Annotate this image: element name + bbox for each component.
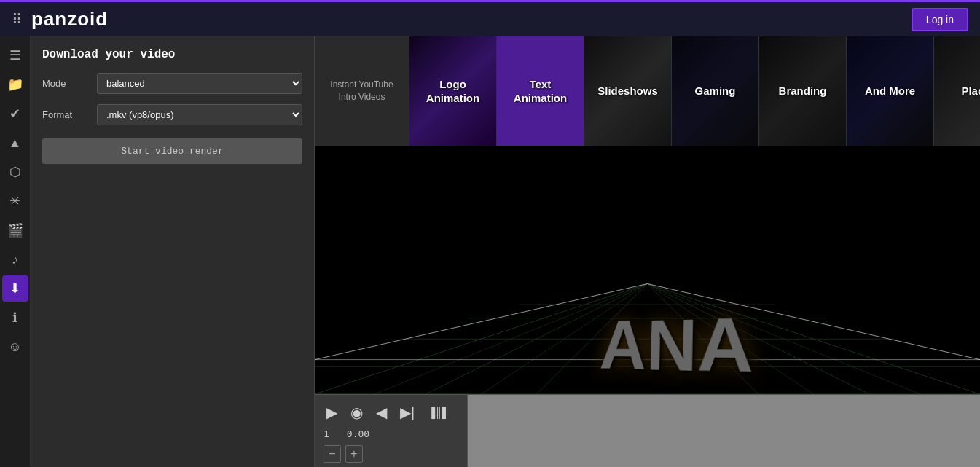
tab-branding[interactable]: Branding (759, 36, 847, 146)
topbar: ⠿ panzoid Log in (0, 0, 980, 36)
main-area: ☰ 📁 ✔ ▲ ⬡ ✳ 🎬 ♪ ⬇ ℹ ☺ Download your vide… (0, 36, 980, 467)
tab-slideshows[interactable]: Slideshows (584, 36, 672, 146)
sidebar: ☰ 📁 ✔ ▲ ⬡ ✳ 🎬 ♪ ⬇ ℹ ☺ (0, 36, 31, 467)
timeline-display: 1 0.00 (324, 428, 458, 439)
frame-number: 1 (324, 428, 329, 439)
tab-logo-animation[interactable]: LogoAnimation (409, 36, 497, 146)
grid-icon[interactable]: ⠿ (12, 11, 23, 28)
controls-panel: ▶ ◉ ◀ ▶| ▐║▌ 1 0.00 − + (315, 395, 468, 467)
sidebar-icon-star[interactable]: ✳ (2, 188, 28, 214)
tab-place[interactable]: Place! (934, 36, 980, 146)
sidebar-icon-cube[interactable]: ⬡ (2, 159, 28, 185)
tab-and-more[interactable]: And More (847, 36, 934, 146)
tab-gaming-label: Gaming (695, 84, 736, 98)
tab-place-label: Place! (961, 84, 980, 98)
nav-intro: Instant YouTube Intro Videos (315, 36, 409, 146)
right-area: Instant YouTube Intro Videos LogoAnimati… (315, 36, 980, 467)
sidebar-icon-face[interactable]: ☺ (2, 334, 28, 360)
format-row: Format .mkv (vp8/opus) .mp4 (h264/aac) .… (42, 104, 302, 125)
zoom-row: − + (324, 445, 458, 463)
time-display: 0.00 (347, 428, 369, 439)
left-panel: Download your video Mode balanced qualit… (31, 36, 315, 467)
sidebar-icon-video[interactable]: 🎬 (2, 217, 28, 243)
topbar-left: ⠿ panzoid (12, 8, 108, 31)
panel-title: Download your video (42, 48, 302, 61)
tab-text-animation[interactable]: TextAnimation (497, 36, 584, 146)
play-button[interactable]: ▶ (324, 402, 340, 423)
sidebar-icon-folder[interactable]: 📁 (2, 71, 28, 98)
prev-button[interactable]: ◀ (373, 402, 390, 423)
controls-row: ▶ ◉ ◀ ▶| ▐║▌ (324, 402, 458, 423)
tab-text-label: TextAnimation (514, 77, 567, 106)
tab-gaming[interactable]: Gaming (672, 36, 759, 146)
wave-button[interactable]: ▐║▌ (425, 405, 452, 420)
tab-branding-label: Branding (779, 84, 827, 98)
format-label: Format (42, 109, 90, 120)
gray-area (468, 395, 980, 467)
sidebar-icon-menu[interactable]: ☰ (2, 42, 28, 68)
sidebar-icon-check[interactable]: ✔ (2, 101, 28, 127)
sidebar-icon-download[interactable]: ⬇ (2, 275, 28, 302)
zoom-in-button[interactable]: + (345, 445, 363, 463)
render-button[interactable]: Start video render (42, 138, 302, 164)
sidebar-icon-info[interactable]: ℹ (2, 305, 28, 331)
bottom-bar: ▶ ◉ ◀ ▶| ▐║▌ 1 0.00 − + (315, 394, 980, 467)
preview-area: ANA (315, 146, 980, 394)
eye-button[interactable]: ◉ (348, 402, 366, 423)
login-button[interactable]: Log in (912, 8, 968, 31)
sidebar-icon-music[interactable]: ♪ (2, 246, 28, 272)
mode-row: Mode balanced quality fast (42, 73, 302, 94)
nav-intro-text: Instant YouTube Intro Videos (322, 79, 401, 103)
tab-more-label: And More (865, 84, 915, 98)
format-select[interactable]: .mkv (vp8/opus) .mp4 (h264/aac) .webm (97, 104, 302, 125)
next-button[interactable]: ▶| (397, 402, 418, 423)
tab-slides-label: Slideshows (597, 84, 658, 98)
mode-label: Mode (42, 78, 90, 89)
sidebar-icon-landscape[interactable]: ▲ (2, 130, 28, 156)
nav-tabs: Instant YouTube Intro Videos LogoAnimati… (315, 36, 980, 146)
tab-logo-label: LogoAnimation (426, 77, 479, 106)
mode-select[interactable]: balanced quality fast (97, 73, 302, 94)
zoom-out-button[interactable]: − (324, 445, 341, 463)
logo: panzoid (31, 8, 108, 31)
preview-3d-text: ANA (598, 301, 753, 391)
